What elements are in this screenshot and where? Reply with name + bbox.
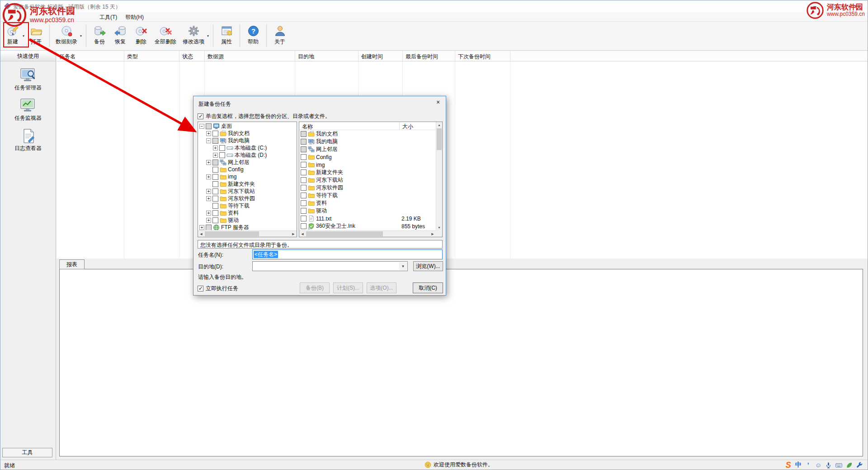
tree-item[interactable]: +驱动: [198, 216, 296, 224]
combo-dropdown-arrow[interactable]: ▼: [399, 262, 407, 270]
list-item[interactable]: 资料: [299, 199, 436, 207]
scrollbar-thumb[interactable]: [205, 231, 259, 236]
dialog-close-button[interactable]: ×: [431, 97, 445, 108]
toolbar-button-help[interactable]: ?帮助: [243, 23, 264, 49]
toolbar-button-burn[interactable]: 数据刻录: [52, 23, 80, 49]
tree-item[interactable]: +河东下载站: [198, 188, 296, 195]
list-checkbox[interactable]: [301, 131, 307, 137]
tree-expander[interactable]: +: [206, 131, 211, 136]
menu-help[interactable]: 帮助(H): [121, 12, 148, 21]
tree-checkbox[interactable]: [212, 138, 218, 144]
scrollbar-track[interactable]: [383, 231, 429, 237]
minimize-button[interactable]: –: [805, 1, 825, 11]
tree-item[interactable]: +网上邻居: [198, 159, 296, 166]
report-tab[interactable]: 报表: [59, 259, 85, 269]
tree-item[interactable]: +本地磁盘 (D:): [198, 151, 296, 159]
list-checkbox[interactable]: [301, 162, 307, 168]
list-item[interactable]: 360安全卫士.lnk855 bytes: [299, 222, 436, 230]
tray-icon-mic[interactable]: [825, 461, 832, 469]
list-item[interactable]: Config: [299, 153, 436, 161]
tree-item[interactable]: +img: [198, 173, 296, 180]
tree-item[interactable]: +资料: [198, 209, 296, 216]
tray-icon-emoji[interactable]: ☺: [815, 461, 821, 469]
column-header[interactable]: 目的地: [295, 51, 359, 61]
tray-icon-apostrophe[interactable]: ’: [805, 461, 811, 469]
tree-expander[interactable]: +: [206, 174, 211, 179]
scroll-left-arrow[interactable]: ◀: [198, 231, 204, 237]
toolbar-button-properties[interactable]: 属性: [216, 23, 237, 49]
tree-expander[interactable]: +: [206, 189, 211, 194]
tree-expander[interactable]: +: [199, 225, 204, 230]
task-name-input[interactable]: <任务名>: [252, 249, 443, 259]
tree-checkbox[interactable]: [212, 217, 218, 223]
list-checkbox[interactable]: [301, 185, 307, 191]
tree-item[interactable]: Config: [198, 166, 296, 173]
tree-checkbox[interactable]: [212, 210, 218, 216]
toolbar-button-about[interactable]: 关于: [269, 23, 290, 49]
list-vertical-scrollbar[interactable]: ▲ ▼: [436, 122, 442, 230]
menu-tools[interactable]: 工具(T): [95, 12, 121, 21]
tree-expander[interactable]: +: [206, 211, 211, 216]
column-header[interactable]: 创建时间: [359, 51, 403, 61]
tree-item[interactable]: +FTP 服务器: [198, 224, 296, 230]
column-header[interactable]: 任务名: [57, 51, 124, 61]
tree-item[interactable]: 等待下载: [198, 202, 296, 209]
tray-icon-keyboard[interactable]: [835, 461, 842, 469]
column-header[interactable]: 类型: [124, 51, 179, 61]
tree-checkbox[interactable]: [212, 174, 218, 180]
list-checkbox[interactable]: [301, 177, 307, 183]
column-header[interactable]: 下次备份时间: [455, 51, 510, 61]
list-item[interactable]: img: [299, 161, 436, 169]
scroll-left-arrow[interactable]: ◀: [299, 231, 306, 237]
tree-item[interactable]: −我的电脑: [198, 137, 296, 144]
tree-expander[interactable]: +: [206, 218, 211, 223]
tree-item[interactable]: +本地磁盘 (C:): [198, 144, 296, 151]
scrollbar-thumb[interactable]: [437, 128, 442, 150]
list-checkbox[interactable]: [301, 154, 307, 160]
maximize-button[interactable]: □: [825, 1, 845, 11]
tree-checkbox[interactable]: [212, 131, 218, 136]
scrollbar-track[interactable]: [259, 231, 290, 237]
dialog-button-cancel[interactable]: 取消(C): [413, 282, 443, 293]
sidebar-tools-tab[interactable]: 工具: [2, 448, 52, 457]
tree-item[interactable]: +河东软件园: [198, 195, 296, 202]
tree-expander[interactable]: +: [213, 146, 218, 150]
toolbar-button-delete-all[interactable]: 全部删除: [151, 23, 179, 49]
sidebar-item-task-manager[interactable]: 任务管理器: [0, 68, 56, 92]
tree-checkbox[interactable]: [219, 152, 225, 158]
tree-item[interactable]: 新建文件夹: [198, 180, 296, 188]
list-item[interactable]: 河东下载站: [299, 176, 436, 184]
tree-expander[interactable]: +: [206, 160, 211, 165]
scrollbar-thumb[interactable]: [306, 231, 383, 236]
tree-checkbox[interactable]: [206, 123, 212, 129]
tree-checkbox[interactable]: [212, 167, 218, 173]
tray-icon-leaf[interactable]: [846, 461, 853, 469]
column-header[interactable]: 最后备份时间: [403, 51, 455, 61]
toolbar-button-restore[interactable]: 恢复: [110, 23, 131, 49]
tree-checkbox[interactable]: [212, 188, 218, 194]
toolbar-button-backup[interactable]: 备份: [89, 23, 110, 49]
list-checkbox[interactable]: [301, 200, 307, 206]
column-header[interactable]: 数据源: [205, 51, 295, 61]
tree-item[interactable]: −桌面: [198, 122, 296, 130]
list-item[interactable]: 我的电脑: [299, 138, 436, 146]
list-item[interactable]: 驱动: [299, 207, 436, 215]
column-header[interactable]: 状态: [179, 51, 205, 61]
list-horizontal-scrollbar[interactable]: ◀ ▶: [299, 230, 436, 237]
toolbar-button-options[interactable]: 修改选项: [179, 23, 208, 49]
list-column-name[interactable]: 名称: [299, 122, 400, 130]
list-item[interactable]: 网上邻居: [299, 146, 436, 153]
list-item[interactable]: 111.txt2.19 KB: [299, 215, 436, 222]
scroll-down-arrow[interactable]: ▼: [436, 225, 443, 230]
sidebar-item-log-viewer[interactable]: 日志查看器: [0, 128, 56, 152]
tree-checkbox[interactable]: [206, 225, 212, 230]
tree-item[interactable]: +我的文档: [198, 130, 296, 137]
tree-checkbox[interactable]: [212, 160, 218, 165]
list-column-size[interactable]: 大小: [400, 122, 436, 130]
tree-checkbox[interactable]: [212, 203, 218, 209]
list-checkbox[interactable]: [301, 169, 307, 175]
close-button[interactable]: ×: [845, 1, 866, 11]
tree-checkbox[interactable]: [212, 181, 218, 187]
tree-horizontal-scrollbar[interactable]: ◀ ▶: [198, 230, 297, 237]
tree-expander[interactable]: +: [206, 196, 211, 201]
